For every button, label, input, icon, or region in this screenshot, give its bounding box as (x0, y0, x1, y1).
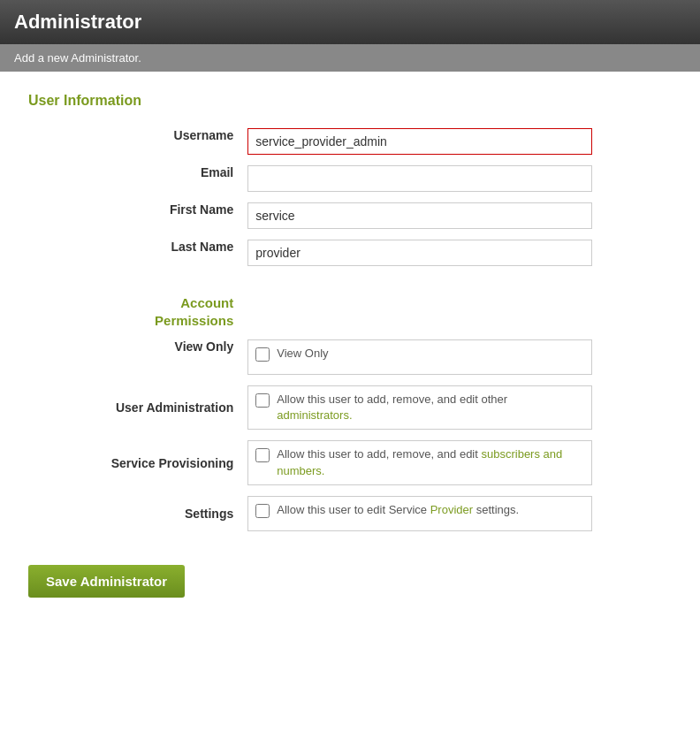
firstname-input[interactable] (247, 202, 592, 229)
view-only-box: View Only (247, 339, 592, 375)
firstname-label: First Name (170, 202, 233, 217)
header-bar: Administrator (0, 0, 700, 44)
email-label: Email (201, 165, 233, 179)
service-prov-checkbox[interactable] (255, 448, 270, 462)
view-only-checkbox[interactable] (255, 347, 270, 362)
settings-label: Settings (185, 507, 233, 521)
settings-box: Allow this user to edit Service Provider… (247, 496, 592, 531)
service-prov-label: Service Provisioning (111, 456, 234, 470)
user-admin-box: Allow this user to add, remove, and edit… (247, 385, 592, 430)
subtitle: Add a new Administrator. (14, 51, 686, 65)
save-button[interactable]: Save Administrator (28, 565, 185, 598)
user-admin-checkbox[interactable] (255, 393, 270, 408)
service-prov-box: Allow this user to add, remove, and edit… (247, 440, 592, 484)
service-prov-text: Allow this user to add, remove, and edit… (277, 446, 584, 478)
page-title: Administrator (14, 11, 686, 34)
user-information-title: User Information (28, 93, 672, 109)
email-input[interactable] (247, 165, 592, 192)
username-label: Username (174, 128, 234, 142)
user-admin-label: User Administration (116, 400, 233, 415)
account-permissions-section: AccountPermissions View Only View Only U… (28, 289, 672, 537)
user-information-section: User Information Username Email (28, 93, 672, 271)
username-input[interactable] (247, 128, 592, 155)
view-only-label: View Only (175, 339, 234, 354)
settings-text: Allow this user to edit Service Provider… (277, 502, 519, 518)
lastname-input[interactable] (247, 240, 592, 266)
account-permissions-title: AccountPermissions (35, 294, 233, 329)
lastname-label: Last Name (171, 240, 233, 254)
subheader: Add a new Administrator. (0, 44, 700, 72)
user-admin-text: Allow this user to add, remove, and edit… (277, 392, 584, 423)
view-only-text: View Only (277, 346, 328, 362)
settings-checkbox[interactable] (255, 504, 270, 518)
